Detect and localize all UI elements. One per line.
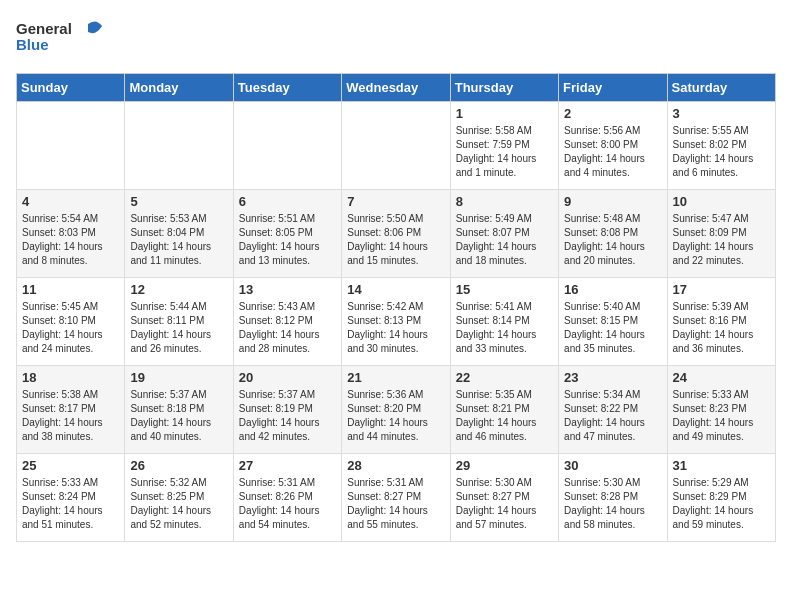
calendar-cell: 8 Sunrise: 5:49 AMSunset: 8:07 PMDayligh… — [450, 190, 558, 278]
calendar-cell: 22 Sunrise: 5:35 AMSunset: 8:21 PMDaylig… — [450, 366, 558, 454]
calendar-cell: 24 Sunrise: 5:33 AMSunset: 8:23 PMDaylig… — [667, 366, 775, 454]
calendar-cell: 14 Sunrise: 5:42 AMSunset: 8:13 PMDaylig… — [342, 278, 450, 366]
day-number: 16 — [564, 282, 661, 297]
calendar-cell: 16 Sunrise: 5:40 AMSunset: 8:15 PMDaylig… — [559, 278, 667, 366]
day-number: 17 — [673, 282, 770, 297]
calendar-cell: 23 Sunrise: 5:34 AMSunset: 8:22 PMDaylig… — [559, 366, 667, 454]
calendar-cell — [17, 102, 125, 190]
calendar-cell: 28 Sunrise: 5:31 AMSunset: 8:27 PMDaylig… — [342, 454, 450, 542]
calendar-cell: 17 Sunrise: 5:39 AMSunset: 8:16 PMDaylig… — [667, 278, 775, 366]
day-info: Sunrise: 5:31 AMSunset: 8:26 PMDaylight:… — [239, 476, 336, 532]
calendar-table: SundayMondayTuesdayWednesdayThursdayFrid… — [16, 73, 776, 542]
calendar-cell: 20 Sunrise: 5:37 AMSunset: 8:19 PMDaylig… — [233, 366, 341, 454]
logo-svg: General Blue — [16, 16, 106, 61]
day-number: 9 — [564, 194, 661, 209]
day-info: Sunrise: 5:48 AMSunset: 8:08 PMDaylight:… — [564, 212, 661, 268]
calendar-cell: 27 Sunrise: 5:31 AMSunset: 8:26 PMDaylig… — [233, 454, 341, 542]
day-number: 31 — [673, 458, 770, 473]
weekday-header-thursday: Thursday — [450, 74, 558, 102]
calendar-cell: 25 Sunrise: 5:33 AMSunset: 8:24 PMDaylig… — [17, 454, 125, 542]
calendar-cell: 12 Sunrise: 5:44 AMSunset: 8:11 PMDaylig… — [125, 278, 233, 366]
day-info: Sunrise: 5:50 AMSunset: 8:06 PMDaylight:… — [347, 212, 444, 268]
calendar-cell: 19 Sunrise: 5:37 AMSunset: 8:18 PMDaylig… — [125, 366, 233, 454]
weekday-header-monday: Monday — [125, 74, 233, 102]
calendar-cell: 10 Sunrise: 5:47 AMSunset: 8:09 PMDaylig… — [667, 190, 775, 278]
week-row-3: 11 Sunrise: 5:45 AMSunset: 8:10 PMDaylig… — [17, 278, 776, 366]
day-info: Sunrise: 5:40 AMSunset: 8:15 PMDaylight:… — [564, 300, 661, 356]
day-number: 11 — [22, 282, 119, 297]
day-info: Sunrise: 5:41 AMSunset: 8:14 PMDaylight:… — [456, 300, 553, 356]
day-number: 15 — [456, 282, 553, 297]
week-row-5: 25 Sunrise: 5:33 AMSunset: 8:24 PMDaylig… — [17, 454, 776, 542]
calendar-cell: 1 Sunrise: 5:58 AMSunset: 7:59 PMDayligh… — [450, 102, 558, 190]
calendar-cell: 4 Sunrise: 5:54 AMSunset: 8:03 PMDayligh… — [17, 190, 125, 278]
day-number: 1 — [456, 106, 553, 121]
day-info: Sunrise: 5:49 AMSunset: 8:07 PMDaylight:… — [456, 212, 553, 268]
day-number: 29 — [456, 458, 553, 473]
svg-text:General: General — [16, 20, 72, 37]
day-number: 5 — [130, 194, 227, 209]
calendar-cell — [342, 102, 450, 190]
day-number: 6 — [239, 194, 336, 209]
calendar-cell: 13 Sunrise: 5:43 AMSunset: 8:12 PMDaylig… — [233, 278, 341, 366]
day-number: 8 — [456, 194, 553, 209]
day-info: Sunrise: 5:42 AMSunset: 8:13 PMDaylight:… — [347, 300, 444, 356]
day-info: Sunrise: 5:36 AMSunset: 8:20 PMDaylight:… — [347, 388, 444, 444]
calendar-cell: 6 Sunrise: 5:51 AMSunset: 8:05 PMDayligh… — [233, 190, 341, 278]
day-info: Sunrise: 5:33 AMSunset: 8:24 PMDaylight:… — [22, 476, 119, 532]
weekday-header-wednesday: Wednesday — [342, 74, 450, 102]
day-number: 24 — [673, 370, 770, 385]
day-info: Sunrise: 5:34 AMSunset: 8:22 PMDaylight:… — [564, 388, 661, 444]
calendar-cell: 15 Sunrise: 5:41 AMSunset: 8:14 PMDaylig… — [450, 278, 558, 366]
day-number: 27 — [239, 458, 336, 473]
day-number: 20 — [239, 370, 336, 385]
week-row-4: 18 Sunrise: 5:38 AMSunset: 8:17 PMDaylig… — [17, 366, 776, 454]
day-info: Sunrise: 5:55 AMSunset: 8:02 PMDaylight:… — [673, 124, 770, 180]
calendar-cell: 30 Sunrise: 5:30 AMSunset: 8:28 PMDaylig… — [559, 454, 667, 542]
day-info: Sunrise: 5:47 AMSunset: 8:09 PMDaylight:… — [673, 212, 770, 268]
day-info: Sunrise: 5:53 AMSunset: 8:04 PMDaylight:… — [130, 212, 227, 268]
day-info: Sunrise: 5:44 AMSunset: 8:11 PMDaylight:… — [130, 300, 227, 356]
weekday-header-row: SundayMondayTuesdayWednesdayThursdayFrid… — [17, 74, 776, 102]
day-number: 18 — [22, 370, 119, 385]
day-info: Sunrise: 5:54 AMSunset: 8:03 PMDaylight:… — [22, 212, 119, 268]
day-number: 21 — [347, 370, 444, 385]
day-number: 28 — [347, 458, 444, 473]
day-number: 13 — [239, 282, 336, 297]
day-info: Sunrise: 5:51 AMSunset: 8:05 PMDaylight:… — [239, 212, 336, 268]
day-number: 23 — [564, 370, 661, 385]
day-info: Sunrise: 5:32 AMSunset: 8:25 PMDaylight:… — [130, 476, 227, 532]
day-number: 2 — [564, 106, 661, 121]
day-info: Sunrise: 5:38 AMSunset: 8:17 PMDaylight:… — [22, 388, 119, 444]
day-info: Sunrise: 5:30 AMSunset: 8:27 PMDaylight:… — [456, 476, 553, 532]
week-row-1: 1 Sunrise: 5:58 AMSunset: 7:59 PMDayligh… — [17, 102, 776, 190]
calendar-cell: 11 Sunrise: 5:45 AMSunset: 8:10 PMDaylig… — [17, 278, 125, 366]
day-number: 3 — [673, 106, 770, 121]
calendar-cell: 7 Sunrise: 5:50 AMSunset: 8:06 PMDayligh… — [342, 190, 450, 278]
day-info: Sunrise: 5:29 AMSunset: 8:29 PMDaylight:… — [673, 476, 770, 532]
day-info: Sunrise: 5:31 AMSunset: 8:27 PMDaylight:… — [347, 476, 444, 532]
weekday-header-saturday: Saturday — [667, 74, 775, 102]
day-info: Sunrise: 5:45 AMSunset: 8:10 PMDaylight:… — [22, 300, 119, 356]
calendar-cell: 26 Sunrise: 5:32 AMSunset: 8:25 PMDaylig… — [125, 454, 233, 542]
weekday-header-tuesday: Tuesday — [233, 74, 341, 102]
day-number: 10 — [673, 194, 770, 209]
logo: General Blue — [16, 16, 106, 61]
day-number: 14 — [347, 282, 444, 297]
day-info: Sunrise: 5:37 AMSunset: 8:19 PMDaylight:… — [239, 388, 336, 444]
calendar-cell: 31 Sunrise: 5:29 AMSunset: 8:29 PMDaylig… — [667, 454, 775, 542]
day-number: 30 — [564, 458, 661, 473]
day-number: 7 — [347, 194, 444, 209]
calendar-cell: 2 Sunrise: 5:56 AMSunset: 8:00 PMDayligh… — [559, 102, 667, 190]
calendar-cell: 29 Sunrise: 5:30 AMSunset: 8:27 PMDaylig… — [450, 454, 558, 542]
weekday-header-sunday: Sunday — [17, 74, 125, 102]
calendar-cell: 9 Sunrise: 5:48 AMSunset: 8:08 PMDayligh… — [559, 190, 667, 278]
day-info: Sunrise: 5:30 AMSunset: 8:28 PMDaylight:… — [564, 476, 661, 532]
calendar-cell — [233, 102, 341, 190]
day-info: Sunrise: 5:58 AMSunset: 7:59 PMDaylight:… — [456, 124, 553, 180]
day-info: Sunrise: 5:37 AMSunset: 8:18 PMDaylight:… — [130, 388, 227, 444]
calendar-cell: 18 Sunrise: 5:38 AMSunset: 8:17 PMDaylig… — [17, 366, 125, 454]
day-number: 25 — [22, 458, 119, 473]
day-info: Sunrise: 5:39 AMSunset: 8:16 PMDaylight:… — [673, 300, 770, 356]
day-info: Sunrise: 5:35 AMSunset: 8:21 PMDaylight:… — [456, 388, 553, 444]
